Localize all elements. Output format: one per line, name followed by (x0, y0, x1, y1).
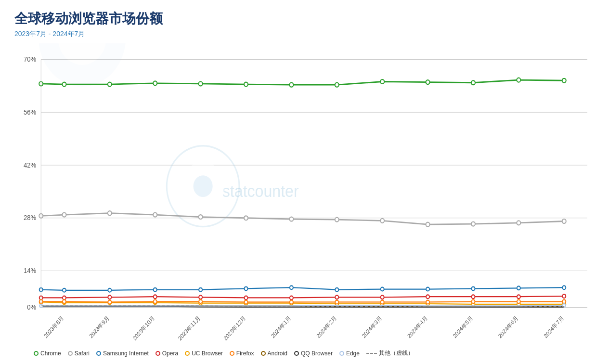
legend-label: Chrome (40, 350, 61, 357)
svg-text:42%: 42% (24, 161, 36, 169)
legend-line-icon (366, 353, 377, 354)
svg-text:28%: 28% (24, 214, 36, 222)
svg-point-57 (63, 288, 66, 292)
svg-point-49 (289, 217, 293, 221)
svg-text:statcounter: statcounter (92, 43, 159, 44)
svg-point-62 (290, 286, 293, 289)
svg-text:2024年1月: 2024年1月 (270, 314, 292, 339)
svg-text:2024年6月: 2024年6月 (497, 314, 519, 339)
svg-text:2023年9月: 2023年9月 (88, 314, 110, 339)
svg-point-32 (108, 82, 112, 87)
svg-point-52 (426, 222, 430, 227)
svg-point-60 (199, 288, 202, 292)
svg-point-42 (562, 78, 566, 83)
svg-point-100 (244, 300, 247, 304)
svg-point-12 (39, 43, 126, 87)
svg-text:2024年3月: 2024年3月 (361, 314, 383, 339)
svg-text:14%: 14% (24, 266, 36, 274)
legend-label: Samsung Internet (103, 350, 149, 357)
safari-line (41, 213, 564, 225)
svg-point-71 (108, 295, 111, 299)
line-chart: 70% 56% 42% 28% 14% 0% statcounter statc… (14, 43, 595, 345)
svg-text:statcounter: statcounter (222, 181, 299, 200)
legend-dot-icon (230, 351, 234, 356)
svg-point-75 (290, 296, 293, 300)
chart-subtitle: 2023年7月 - 2024年7月 (14, 30, 595, 39)
svg-text:2024年4月: 2024年4月 (406, 314, 428, 339)
svg-text:2023年8月: 2023年8月 (42, 314, 65, 339)
svg-point-104 (426, 300, 429, 304)
firefox-line (41, 301, 564, 302)
svg-point-101 (290, 300, 293, 304)
svg-point-79 (471, 295, 475, 299)
svg-text:2023年10月: 2023年10月 (131, 314, 156, 342)
svg-point-41 (517, 78, 520, 82)
svg-point-73 (199, 295, 202, 299)
legend-label: QQ Browser (301, 350, 333, 357)
svg-point-76 (335, 295, 338, 299)
svg-point-64 (381, 287, 384, 291)
svg-point-44 (62, 213, 66, 217)
svg-point-105 (471, 299, 475, 303)
legend-item-Opera: Opera (155, 349, 178, 357)
svg-point-81 (562, 294, 566, 298)
legend-item-QQ-Browser: QQ Browser (294, 349, 333, 357)
svg-text:70%: 70% (24, 55, 36, 63)
legend-label: UC Browser (192, 350, 223, 357)
svg-point-47 (199, 215, 203, 219)
svg-text:2024年2月: 2024年2月 (315, 314, 337, 339)
svg-text:2023年12月: 2023年12月 (222, 314, 247, 342)
svg-point-40 (471, 80, 475, 85)
legend-item-UC-Browser: UC Browser (185, 349, 223, 357)
svg-point-61 (244, 287, 247, 291)
svg-point-80 (517, 295, 520, 299)
watermark: statcounter (39, 43, 159, 87)
opera-line (41, 296, 564, 298)
legend-dot-icon (34, 351, 39, 356)
svg-point-99 (199, 299, 202, 303)
legend-item-Firefox: Firefox (230, 349, 254, 357)
svg-point-45 (108, 211, 112, 215)
svg-point-102 (335, 300, 338, 304)
svg-point-33 (153, 81, 157, 85)
legend-dot-icon (96, 351, 101, 356)
legend-item-Safari: Safari (68, 349, 90, 357)
page-container: 全球移动浏览器市场份额 2023年7月 - 2024年7月 70% 56% 42… (0, 0, 609, 364)
svg-point-58 (108, 288, 111, 292)
legend-dot-icon (68, 351, 73, 356)
legend-label: 其他（虚线） (379, 349, 414, 357)
svg-point-68 (562, 286, 566, 289)
svg-point-36 (289, 83, 293, 87)
legend-dot-icon (294, 351, 299, 356)
chart-area: 70% 56% 42% 28% 14% 0% statcounter statc… (14, 43, 595, 359)
legend-item-Android: Android (261, 349, 287, 357)
svg-text:0%: 0% (27, 303, 36, 311)
svg-point-48 (244, 216, 248, 220)
svg-point-54 (517, 221, 520, 225)
svg-point-53 (471, 222, 475, 226)
samsung-line (41, 287, 564, 290)
svg-point-46 (153, 213, 157, 217)
chart-legend: ChromeSafariSamsung InternetOperaUC Brow… (14, 345, 595, 359)
legend-dot-icon (339, 351, 344, 356)
svg-text:56%: 56% (24, 108, 36, 116)
svg-text:2024年7月: 2024年7月 (543, 314, 565, 339)
svg-point-18 (194, 175, 213, 197)
legend-item-Chrome: Chrome (34, 349, 61, 357)
legend-label: Opera (162, 350, 178, 357)
svg-point-103 (381, 300, 384, 304)
legend-label: Firefox (236, 350, 254, 357)
svg-point-65 (426, 287, 429, 291)
legend-dot-icon (155, 351, 160, 356)
svg-point-55 (562, 219, 566, 223)
svg-text:2024年5月: 2024年5月 (452, 314, 474, 339)
svg-point-39 (426, 80, 430, 84)
legend-item-Edge: Edge (339, 349, 360, 357)
svg-point-74 (244, 296, 247, 300)
svg-point-35 (244, 82, 248, 87)
svg-point-59 (154, 288, 157, 292)
svg-point-72 (154, 295, 157, 299)
svg-point-37 (335, 83, 339, 87)
svg-point-97 (108, 300, 111, 304)
legend-label: Android (268, 350, 287, 357)
